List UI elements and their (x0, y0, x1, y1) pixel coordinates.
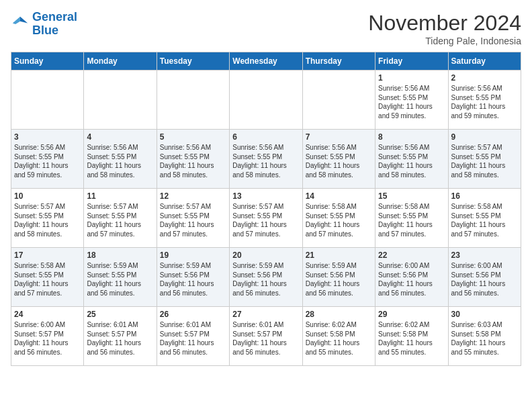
calendar-cell: 21Sunrise: 5:59 AM Sunset: 5:56 PM Dayli… (302, 248, 375, 307)
calendar-cell: 1Sunrise: 5:56 AM Sunset: 5:55 PM Daylig… (375, 71, 448, 130)
day-info: Sunrise: 6:02 AM Sunset: 5:58 PM Dayligh… (306, 320, 372, 357)
weekday-header: Sunday (11, 52, 84, 71)
calendar-cell: 12Sunrise: 5:57 AM Sunset: 5:55 PM Dayli… (157, 189, 229, 248)
calendar-cell: 10Sunrise: 5:57 AM Sunset: 5:55 PM Dayli… (11, 189, 84, 248)
month-title: November 2024 (368, 11, 521, 36)
day-number: 19 (160, 250, 226, 260)
day-info: Sunrise: 6:00 AM Sunset: 5:56 PM Dayligh… (451, 261, 518, 298)
day-info: Sunrise: 6:01 AM Sunset: 5:57 PM Dayligh… (87, 320, 153, 357)
svg-marker-0 (20, 17, 28, 24)
day-number: 13 (232, 191, 299, 201)
calendar-cell: 6Sunrise: 5:56 AM Sunset: 5:55 PM Daylig… (230, 130, 302, 189)
calendar-cell: 22Sunrise: 6:00 AM Sunset: 5:56 PM Dayli… (375, 248, 448, 307)
day-info: Sunrise: 5:56 AM Sunset: 5:55 PM Dayligh… (378, 84, 445, 120)
calendar-cell: 7Sunrise: 5:56 AM Sunset: 5:55 PM Daylig… (302, 130, 375, 189)
calendar-cell: 28Sunrise: 6:02 AM Sunset: 5:58 PM Dayli… (302, 307, 375, 366)
calendar-cell: 26Sunrise: 6:01 AM Sunset: 5:57 PM Dayli… (157, 307, 229, 366)
calendar-cell: 14Sunrise: 5:58 AM Sunset: 5:55 PM Dayli… (302, 189, 375, 248)
day-number: 4 (87, 132, 153, 142)
day-info: Sunrise: 5:58 AM Sunset: 5:55 PM Dayligh… (451, 202, 518, 238)
weekday-header: Thursday (302, 52, 375, 71)
day-number: 26 (160, 310, 226, 319)
day-info: Sunrise: 5:56 AM Sunset: 5:55 PM Dayligh… (87, 143, 153, 179)
weekday-header: Saturday (448, 52, 521, 71)
day-info: Sunrise: 5:57 AM Sunset: 5:55 PM Dayligh… (232, 202, 299, 238)
day-number: 18 (87, 250, 153, 260)
weekday-row: SundayMondayTuesdayWednesdayThursdayFrid… (11, 52, 521, 71)
weekday-header: Tuesday (157, 52, 229, 71)
day-number: 20 (232, 250, 299, 260)
day-number: 25 (87, 310, 153, 319)
day-info: Sunrise: 5:58 AM Sunset: 5:55 PM Dayligh… (306, 202, 372, 238)
logo-line2: Blue (32, 24, 58, 37)
day-number: 14 (306, 191, 372, 201)
day-info: Sunrise: 5:57 AM Sunset: 5:55 PM Dayligh… (87, 202, 153, 238)
calendar-week-row: 17Sunrise: 5:58 AM Sunset: 5:55 PM Dayli… (11, 248, 521, 307)
day-number: 10 (14, 191, 81, 201)
calendar-cell: 27Sunrise: 6:01 AM Sunset: 5:57 PM Dayli… (230, 307, 302, 366)
calendar-cell: 13Sunrise: 5:57 AM Sunset: 5:55 PM Dayli… (230, 189, 302, 248)
calendar-cell: 4Sunrise: 5:56 AM Sunset: 5:55 PM Daylig… (84, 130, 157, 189)
day-info: Sunrise: 5:56 AM Sunset: 5:55 PM Dayligh… (306, 143, 372, 179)
calendar-cell: 20Sunrise: 5:59 AM Sunset: 5:56 PM Dayli… (230, 248, 302, 307)
location: Tideng Pale, Indonesia (368, 36, 521, 46)
day-info: Sunrise: 6:02 AM Sunset: 5:58 PM Dayligh… (378, 320, 445, 357)
calendar-cell: 19Sunrise: 5:59 AM Sunset: 5:56 PM Dayli… (157, 248, 229, 307)
day-number: 3 (14, 132, 81, 142)
calendar-cell: 8Sunrise: 5:56 AM Sunset: 5:55 PM Daylig… (375, 130, 448, 189)
day-number: 30 (451, 310, 518, 319)
calendar-week-row: 24Sunrise: 6:00 AM Sunset: 5:57 PM Dayli… (11, 307, 521, 366)
day-info: Sunrise: 5:57 AM Sunset: 5:55 PM Dayligh… (160, 202, 226, 238)
calendar-week-row: 3Sunrise: 5:56 AM Sunset: 5:55 PM Daylig… (11, 130, 521, 189)
day-info: Sunrise: 6:01 AM Sunset: 5:57 PM Dayligh… (160, 320, 226, 357)
calendar-cell (11, 71, 84, 130)
calendar-cell: 18Sunrise: 5:59 AM Sunset: 5:55 PM Dayli… (84, 248, 157, 307)
day-info: Sunrise: 6:01 AM Sunset: 5:57 PM Dayligh… (232, 320, 299, 357)
day-number: 22 (378, 250, 445, 260)
day-number: 8 (378, 132, 445, 142)
calendar-cell (84, 71, 157, 130)
weekday-header: Wednesday (230, 52, 302, 71)
calendar-cell: 16Sunrise: 5:58 AM Sunset: 5:55 PM Dayli… (448, 189, 521, 248)
calendar-cell: 2Sunrise: 5:56 AM Sunset: 5:55 PM Daylig… (448, 71, 521, 130)
page-header: General Blue November 2024 Tideng Pale, … (11, 11, 521, 46)
day-info: Sunrise: 6:03 AM Sunset: 5:58 PM Dayligh… (451, 320, 518, 357)
calendar-cell: 24Sunrise: 6:00 AM Sunset: 5:57 PM Dayli… (11, 307, 84, 366)
day-number: 27 (232, 310, 299, 319)
calendar-cell: 17Sunrise: 5:58 AM Sunset: 5:55 PM Dayli… (11, 248, 84, 307)
day-info: Sunrise: 5:56 AM Sunset: 5:55 PM Dayligh… (160, 143, 226, 179)
calendar-week-row: 10Sunrise: 5:57 AM Sunset: 5:55 PM Dayli… (11, 189, 521, 248)
weekday-header: Monday (84, 52, 157, 71)
day-info: Sunrise: 5:59 AM Sunset: 5:55 PM Dayligh… (87, 261, 153, 298)
day-info: Sunrise: 5:56 AM Sunset: 5:55 PM Dayligh… (14, 143, 81, 179)
calendar-cell: 23Sunrise: 6:00 AM Sunset: 5:56 PM Dayli… (448, 248, 521, 307)
calendar-cell: 9Sunrise: 5:57 AM Sunset: 5:55 PM Daylig… (448, 130, 521, 189)
day-info: Sunrise: 5:57 AM Sunset: 5:55 PM Dayligh… (14, 202, 81, 238)
calendar-header: SundayMondayTuesdayWednesdayThursdayFrid… (11, 52, 521, 71)
calendar-cell (230, 71, 302, 130)
logo-icon (11, 15, 30, 34)
logo-text: General Blue (32, 11, 77, 38)
day-info: Sunrise: 5:56 AM Sunset: 5:55 PM Dayligh… (232, 143, 299, 179)
day-number: 29 (378, 310, 445, 319)
calendar-cell: 30Sunrise: 6:03 AM Sunset: 5:58 PM Dayli… (448, 307, 521, 366)
day-info: Sunrise: 6:00 AM Sunset: 5:57 PM Dayligh… (14, 320, 81, 357)
day-number: 9 (451, 132, 518, 142)
day-info: Sunrise: 5:59 AM Sunset: 5:56 PM Dayligh… (306, 261, 372, 298)
day-number: 11 (87, 191, 153, 201)
day-number: 16 (451, 191, 518, 201)
day-number: 2 (451, 73, 518, 83)
weekday-header: Friday (375, 52, 448, 71)
day-number: 7 (306, 132, 372, 142)
logo-line1: General (32, 10, 77, 24)
day-number: 1 (378, 73, 445, 83)
day-info: Sunrise: 5:58 AM Sunset: 5:55 PM Dayligh… (378, 202, 445, 238)
calendar-body: 1Sunrise: 5:56 AM Sunset: 5:55 PM Daylig… (11, 71, 521, 366)
calendar-cell: 3Sunrise: 5:56 AM Sunset: 5:55 PM Daylig… (11, 130, 84, 189)
calendar-cell: 29Sunrise: 6:02 AM Sunset: 5:58 PM Dayli… (375, 307, 448, 366)
svg-marker-1 (13, 17, 20, 24)
calendar-cell (157, 71, 229, 130)
day-number: 5 (160, 132, 226, 142)
day-number: 21 (306, 250, 372, 260)
calendar-cell: 15Sunrise: 5:58 AM Sunset: 5:55 PM Dayli… (375, 189, 448, 248)
